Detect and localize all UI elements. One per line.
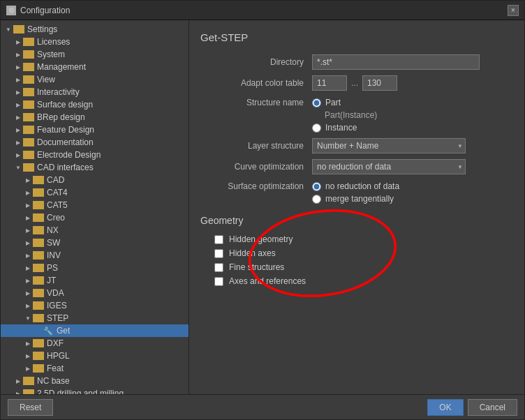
expand-arrow bbox=[13, 37, 23, 47]
checkbox-axes-references[interactable] bbox=[214, 277, 223, 286]
tree-label: Feat bbox=[47, 363, 64, 373]
tree-item-step[interactable]: STEP bbox=[1, 312, 188, 324]
main-content: Settings Licenses System Management bbox=[1, 20, 524, 394]
radio-row-merge: merge tangentially bbox=[312, 194, 399, 204]
color-value2-input[interactable] bbox=[362, 75, 397, 91]
folder-icon bbox=[33, 251, 44, 260]
structure-row: Structure name Part Part(Instance) Insta… bbox=[200, 96, 513, 133]
curve-label: Curve optimization bbox=[200, 162, 312, 172]
folder-icon bbox=[33, 176, 44, 184]
radio-part[interactable] bbox=[312, 98, 321, 107]
tree-item-brep-design[interactable]: BRep design bbox=[1, 111, 188, 123]
tree-item-sw[interactable]: SW bbox=[1, 237, 188, 249]
tree-item-feature-design[interactable]: Feature Design bbox=[1, 123, 188, 136]
tree-item-drilling[interactable]: 2.5D drilling and milling bbox=[1, 387, 188, 394]
close-button[interactable]: × bbox=[508, 5, 519, 16]
panel-title: Get-STEP bbox=[200, 31, 513, 43]
folder-icon bbox=[23, 63, 34, 71]
directory-input[interactable] bbox=[312, 54, 480, 70]
tree-item-nc-base[interactable]: NC base bbox=[1, 375, 188, 387]
surface-label: Surface optimization bbox=[200, 181, 312, 191]
tree-label: BRep design bbox=[37, 112, 85, 122]
tree-item-inv[interactable]: INV bbox=[1, 249, 188, 262]
tree-item-vda[interactable]: VDA bbox=[1, 287, 188, 299]
expand-arrow bbox=[23, 276, 33, 285]
tree-label: VDA bbox=[47, 288, 64, 298]
tree-label: Get bbox=[57, 326, 70, 336]
tree-label: SW bbox=[47, 238, 60, 248]
radio-no-reduction-label: no reduction of data bbox=[325, 181, 399, 191]
curve-row: Curve optimization no reduction of data … bbox=[200, 159, 513, 174]
tree-item-cat5[interactable]: CAT5 bbox=[1, 199, 188, 211]
expand-arrow bbox=[23, 225, 33, 235]
tree-item-view[interactable]: View bbox=[1, 73, 188, 86]
folder-icon bbox=[33, 188, 44, 197]
cancel-button[interactable]: Cancel bbox=[468, 399, 517, 416]
expand-arrow bbox=[3, 24, 13, 34]
layer-dropdown[interactable]: Number + Name bbox=[312, 138, 466, 153]
expand-arrow bbox=[23, 263, 33, 273]
expand-arrow bbox=[23, 301, 33, 310]
tree-item-ps[interactable]: PS bbox=[1, 262, 188, 274]
radio-instance-label: Instance bbox=[325, 123, 357, 133]
folder-icon bbox=[33, 339, 44, 347]
reset-button[interactable]: Reset bbox=[8, 399, 53, 416]
tree-item-cad[interactable]: CAD bbox=[1, 174, 188, 186]
ok-button[interactable]: OK bbox=[427, 399, 463, 416]
tree-label: DXF bbox=[47, 338, 64, 348]
layer-control: Number + Name ▼ bbox=[312, 138, 466, 153]
tree-item-creo[interactable]: Creo bbox=[1, 211, 188, 224]
folder-icon bbox=[33, 239, 44, 247]
tree-item-nx[interactable]: NX bbox=[1, 224, 188, 237]
tree-label: JT bbox=[47, 276, 56, 285]
expand-arrow bbox=[23, 175, 33, 185]
tree-item-jt[interactable]: JT bbox=[1, 274, 188, 287]
tree-item-get[interactable]: 🔧 Get bbox=[1, 324, 188, 337]
dialog-buttons: OK Cancel bbox=[427, 399, 517, 416]
tree-item-hpgl[interactable]: HPGL bbox=[1, 350, 188, 362]
tree-item-system[interactable]: System bbox=[1, 48, 188, 61]
checkbox-row-hidden-geometry: Hidden geometry bbox=[214, 234, 513, 244]
tree-item-documentation[interactable]: Documentation bbox=[1, 136, 188, 149]
radio-merge[interactable] bbox=[312, 195, 321, 204]
tree-item-cad-interfaces[interactable]: CAD interfaces bbox=[1, 161, 188, 174]
tree-label: IGES bbox=[47, 301, 67, 310]
tree-item-management[interactable]: Management bbox=[1, 61, 188, 73]
tree-item-electrode-design[interactable]: Electrode Design bbox=[1, 149, 188, 161]
folder-icon bbox=[23, 151, 34, 159]
folder-icon bbox=[33, 276, 44, 285]
tree-item-dxf[interactable]: DXF bbox=[1, 337, 188, 350]
checkbox-row-hidden-axes: Hidden axes bbox=[214, 248, 513, 258]
folder-icon bbox=[23, 50, 34, 59]
tree-item-licenses[interactable]: Licenses bbox=[1, 36, 188, 48]
tree-label: HPGL bbox=[47, 351, 70, 361]
tree-item-surface-design[interactable]: Surface design bbox=[1, 98, 188, 111]
expand-arrow bbox=[13, 87, 23, 97]
tree-item-settings[interactable]: Settings bbox=[1, 23, 188, 36]
folder-icon bbox=[23, 100, 34, 109]
tree-item-interactivity[interactable]: Interactivity bbox=[1, 86, 188, 98]
expand-arrow bbox=[23, 363, 33, 373]
folder-icon bbox=[23, 163, 34, 172]
radio-instance[interactable] bbox=[312, 123, 321, 133]
checkbox-hidden-geometry-label: Hidden geometry bbox=[229, 234, 293, 244]
tree-item-iges[interactable]: IGES bbox=[1, 299, 188, 312]
checkbox-fine-structures[interactable] bbox=[214, 263, 223, 272]
tree-label: 2.5D drilling and milling bbox=[37, 389, 124, 394]
directory-control bbox=[312, 54, 480, 70]
radio-no-reduction[interactable] bbox=[312, 182, 321, 191]
tree-item-cat4[interactable]: CAT4 bbox=[1, 186, 188, 199]
curve-dropdown[interactable]: no reduction of data bbox=[312, 159, 466, 174]
expand-arrow bbox=[23, 188, 33, 197]
color-value1-input[interactable] bbox=[312, 75, 347, 91]
folder-icon bbox=[23, 38, 34, 46]
tree-item-feat[interactable]: Feat bbox=[1, 362, 188, 375]
expand-arrow bbox=[13, 125, 23, 135]
tree-label: Surface design bbox=[37, 100, 93, 110]
checkbox-hidden-axes[interactable] bbox=[214, 249, 223, 258]
expand-arrow bbox=[13, 100, 23, 110]
expand-arrow bbox=[13, 389, 23, 394]
folder-icon bbox=[33, 364, 44, 373]
radio-row-instance: Instance bbox=[312, 123, 377, 133]
checkbox-hidden-geometry[interactable] bbox=[214, 235, 223, 244]
